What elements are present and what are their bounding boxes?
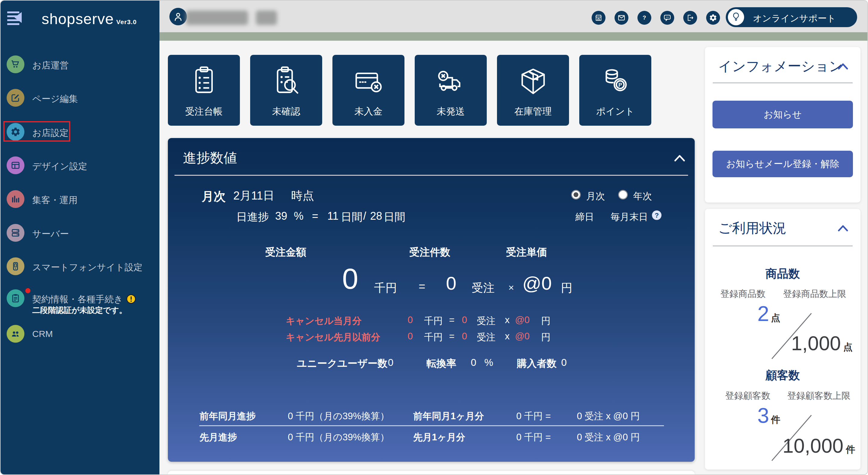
- phone-icon: [7, 257, 24, 275]
- days-total-unit: 日間: [384, 210, 405, 225]
- progress-metrics-panel: 進捗数値 月次 2月11日 時点 月次 年次 日進捗 39 % = 11 日間 …: [168, 138, 695, 462]
- news-button[interactable]: お知らせ: [712, 101, 853, 128]
- collapse-chevron-icon[interactable]: [674, 154, 686, 162]
- sidebar-item-page-edit[interactable]: ページ編集: [1, 89, 159, 113]
- tile-inventory[interactable]: 在庫管理: [497, 55, 569, 126]
- customers-limit-value: 10,000件: [783, 434, 855, 457]
- card-divider: [713, 246, 852, 246]
- usage-title: ご利用状況: [718, 219, 786, 237]
- panel-divider: [175, 175, 688, 176]
- unique-users-value: 0: [388, 357, 393, 368]
- tile-label: ポイント: [579, 105, 651, 118]
- order-amount-value: 0: [342, 262, 358, 295]
- bar-chart-icon: [7, 190, 24, 208]
- closing-day-help-icon[interactable]: ?: [651, 210, 662, 221]
- slash-sign: /: [363, 210, 366, 222]
- sidebar-item-shop-operation[interactable]: お店運営: [1, 56, 159, 80]
- tile-order-ledger[interactable]: 受注台帳: [168, 55, 240, 126]
- logout-button[interactable]: [683, 11, 697, 25]
- days-elapsed-unit: 日間: [341, 210, 363, 225]
- multiply-sign: x: [505, 315, 510, 325]
- closing-day-label: 締日: [575, 211, 594, 223]
- conversion-rate-value: 0: [471, 357, 476, 368]
- sidebar-item-smartphone-site[interactable]: スマートフォンサイト設定: [1, 257, 159, 282]
- period-asof-label: 時点: [291, 188, 314, 203]
- radio-selected-dot: [574, 192, 578, 197]
- last-month-period-label: 先月1ヶ月分: [413, 431, 465, 444]
- gear-icon: [709, 13, 717, 22]
- cancel-amount: 0: [407, 331, 412, 342]
- contract-label-text: 契約情報・各種手続き: [32, 294, 123, 304]
- card-x-icon: [351, 64, 386, 99]
- svg-text:P: P: [618, 82, 622, 88]
- chat-icon: [663, 13, 672, 22]
- sidebar-item-label: ページ編集: [32, 93, 78, 105]
- unique-users-label: ユニークユーザー数: [297, 357, 388, 371]
- tile-label: 未発送: [415, 105, 487, 118]
- order-amount-unit: 千円: [374, 280, 397, 296]
- tile-unshipped[interactable]: 未発送: [415, 55, 487, 126]
- help-button[interactable]: ?: [638, 11, 651, 25]
- lightbulb-icon: [728, 9, 744, 25]
- customers-current-number: 3: [757, 404, 769, 428]
- layout-icon: [7, 156, 24, 174]
- days-total-value: 28: [370, 210, 382, 222]
- news-mail-register-button[interactable]: お知らせメール登録・解除: [712, 151, 853, 177]
- radio-monthly-label: 月次: [586, 190, 605, 202]
- radio-yearly-circle[interactable]: [618, 190, 628, 199]
- daily-progress-label: 日進捗: [236, 210, 269, 225]
- collapse-chevron-icon[interactable]: [838, 225, 848, 232]
- svg-text:?: ?: [643, 14, 646, 21]
- chat-button[interactable]: [660, 11, 674, 25]
- radio-yearly[interactable]: [618, 190, 628, 199]
- sidebar-item-design-settings[interactable]: デザイン設定: [1, 156, 159, 181]
- tile-points[interactable]: P ポイント: [579, 55, 651, 126]
- information-card: インフォメーション お知らせ お知らせメール登録・解除: [705, 47, 861, 202]
- tile-unpaid[interactable]: 未入金: [333, 55, 404, 126]
- radio-monthly[interactable]: [571, 190, 581, 199]
- yen-unit: 円: [541, 315, 551, 327]
- registered-products-limit-label: 登録商品数上限: [783, 288, 846, 300]
- cancel-amount: 0: [407, 315, 412, 325]
- tile-label: 未入金: [333, 105, 404, 118]
- svg-text:?: ?: [655, 212, 659, 219]
- radio-monthly-circle[interactable]: [571, 190, 581, 199]
- closing-day-value: 毎月末日: [611, 211, 648, 223]
- multiply-sign: x: [505, 331, 510, 342]
- conversion-rate-label: 転換率: [427, 357, 456, 371]
- sidebar-item-crm[interactable]: CRM: [1, 325, 159, 349]
- order-unit-price-value: @0: [522, 273, 552, 294]
- storefront-button[interactable]: [592, 11, 606, 25]
- truck-x-icon: [433, 64, 468, 99]
- sidebar-logo-row: shopserveVer3.0: [1, 1, 159, 34]
- online-support-button[interactable]: オンラインサポート: [726, 7, 857, 27]
- header-accent-strip: [159, 32, 868, 41]
- products-current-unit: 点: [771, 313, 780, 323]
- box-icon: [516, 64, 551, 99]
- tile-unconfirmed[interactable]: 未確認: [250, 55, 322, 126]
- sidebar-item-label: デザイン設定: [32, 160, 87, 173]
- cancel-unit-price: @0: [515, 331, 530, 342]
- mail-button[interactable]: [615, 11, 628, 25]
- collapse-chevron-icon[interactable]: [838, 63, 848, 70]
- cancel-amount-unit: 千円: [424, 315, 443, 327]
- panel-title: 進捗数値: [183, 149, 237, 167]
- redacted-user-name: [256, 10, 277, 25]
- last-month-converted-value: 0 千円（月の39%換算）: [288, 431, 390, 444]
- account-avatar-button[interactable]: [169, 8, 187, 25]
- sidebar-item-label: 集客・運用: [32, 194, 78, 207]
- last-month-progress-label: 先月進捗: [199, 431, 237, 444]
- sidebar: shopserveVer3.0 お店運営 ページ編集 お店設定: [1, 1, 159, 475]
- sidebar-item-marketing[interactable]: 集客・運用: [1, 190, 159, 214]
- cart-icon: [7, 56, 24, 73]
- settings-button[interactable]: [706, 11, 720, 25]
- col-order-unit-price: 受注単価: [506, 245, 547, 259]
- clipboard-search-icon: [269, 64, 304, 99]
- menu-collapse-icon[interactable]: [7, 10, 22, 25]
- information-title: インフォメーション: [718, 57, 843, 75]
- cancel-amount-unit: 千円: [424, 331, 443, 344]
- sidebar-item-contract-info[interactable]: 契約情報・各種手続き 二段階認証が未設定です。: [1, 289, 159, 313]
- registered-customers-label: 登録顧客数: [725, 390, 770, 402]
- sidebar-item-server[interactable]: サーバー: [1, 224, 159, 248]
- buyers-value: 0: [561, 357, 567, 368]
